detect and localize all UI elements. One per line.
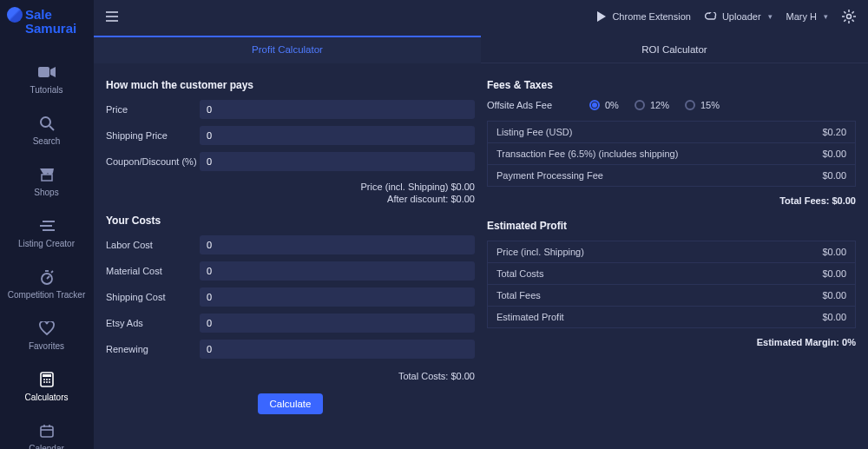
profit-row-price-incl: Price (incl. Shipping) $0.00: [487, 241, 856, 263]
fee-value: $0.00: [822, 149, 846, 159]
input-etsy-ads[interactable]: [200, 314, 475, 333]
brand-line1: Sale: [25, 9, 52, 21]
section-title-your-costs: Your Costs: [106, 215, 475, 227]
stopwatch-icon: [37, 269, 56, 285]
svg-point-14: [46, 379, 48, 380]
tab-label: ROI Calculator: [641, 44, 707, 55]
label-coupon: Coupon/Discount (%): [106, 156, 200, 167]
heart-icon: [37, 320, 56, 336]
tab-roi-calculator[interactable]: ROI Calculator: [481, 36, 868, 63]
topbar: Chrome Extension Uploader ▾ Mary H ▾: [94, 0, 868, 32]
calendar-icon: [37, 423, 56, 439]
row-shipping-cost: Shipping Cost: [106, 287, 475, 307]
svg-line-34: [852, 11, 854, 13]
radio-unselected-icon: [685, 100, 695, 110]
offsite-ads-fee-row: Offsite Ads Fee 0% 12% 15%: [487, 100, 856, 110]
row-shipping-price: Shipping Price: [106, 126, 475, 145]
uploader-menu[interactable]: Uploader ▾: [705, 11, 773, 22]
price-incl-shipping-line: Price (incl. Shipping) $0.00: [106, 182, 475, 192]
label-shipping-price: Shipping Price: [106, 130, 200, 141]
radio-label: 15%: [700, 100, 720, 110]
left-column: How much the customer pays Price Shippin…: [106, 79, 475, 440]
profit-label: Total Costs: [496, 268, 543, 279]
svg-point-16: [43, 381, 45, 383]
svg-point-26: [847, 14, 852, 18]
sidebar-item-label: Listing Creator: [18, 239, 75, 248]
sidebar-item-label: Calendar: [29, 444, 64, 449]
row-coupon: Coupon/Discount (%): [106, 152, 475, 171]
fee-row-payment-processing: Payment Processing Fee $0.00: [487, 165, 856, 187]
radio-label: 0%: [605, 100, 619, 110]
fee-value: $0.20: [822, 127, 846, 137]
profit-row-estimated-profit: Estimated Profit $0.00: [487, 307, 856, 328]
radio-offsite-0[interactable]: 0%: [589, 100, 619, 110]
tabs: Profit Calculator ROI Calculator: [94, 36, 868, 63]
input-labor-cost[interactable]: [200, 235, 475, 254]
row-labor-cost: Labor Cost: [106, 235, 475, 254]
svg-rect-19: [41, 426, 53, 437]
input-renewing[interactable]: [200, 340, 475, 359]
sidebar-item-label: Tutorials: [30, 85, 63, 95]
chevron-down-icon: ▾: [768, 12, 773, 21]
radio-offsite-15[interactable]: 15%: [685, 100, 720, 110]
sidebar-nav: Tutorials Search Shops Listing Creator C…: [0, 54, 93, 449]
input-shipping-price[interactable]: [200, 126, 475, 145]
sidebar-item-favorites[interactable]: Favorites: [0, 310, 93, 361]
sidebar-item-calendar[interactable]: Calendar: [0, 413, 93, 449]
sidebar-item-search[interactable]: Search: [0, 105, 93, 156]
input-coupon[interactable]: [200, 152, 475, 171]
calculator-icon: [37, 372, 56, 387]
after-discount-line: After discount: $0.00: [106, 194, 475, 204]
input-shipping-cost[interactable]: [200, 287, 475, 307]
top-actions: Chrome Extension Uploader ▾ Mary H ▾: [596, 10, 856, 23]
sidebar-item-shops[interactable]: Shops: [0, 156, 93, 208]
radio-offsite-12[interactable]: 12%: [635, 100, 669, 110]
list-icon: [37, 218, 56, 234]
label-renewing: Renewing: [106, 344, 200, 354]
label-price: Price: [106, 104, 200, 115]
sidebar-item-label: Search: [33, 136, 61, 146]
profit-value: $0.00: [822, 290, 846, 300]
sidebar-item-label: Calculators: [24, 393, 68, 402]
fees-table: Listing Fee (USD) $0.20 Transaction Fee …: [487, 121, 856, 187]
user-menu[interactable]: Mary H ▾: [786, 11, 828, 22]
settings-button[interactable]: [842, 10, 856, 23]
tab-profit-calculator[interactable]: Profit Calculator: [94, 36, 481, 63]
svg-point-18: [49, 381, 50, 383]
storefront-icon: [37, 167, 56, 182]
chevron-down-icon: ▾: [824, 12, 828, 21]
content: How much the customer pays Price Shippin…: [94, 63, 868, 449]
input-material-cost[interactable]: [200, 261, 475, 281]
label-offsite-ads-fee: Offsite Ads Fee: [487, 100, 574, 110]
total-fees-line: Total Fees: $0.00: [487, 195, 856, 206]
right-column: Fees & Taxes Offsite Ads Fee 0% 12% 15%: [487, 79, 856, 440]
svg-point-1: [41, 117, 50, 127]
brand-logo: Sale Samurai: [0, 0, 93, 42]
svg-line-8: [47, 276, 49, 279]
sidebar-item-competition-tracker[interactable]: Competition Tracker: [0, 259, 93, 310]
svg-line-31: [844, 11, 845, 13]
input-price[interactable]: [200, 100, 475, 119]
sidebar-item-calculators[interactable]: Calculators: [0, 361, 93, 413]
profit-row-total-costs: Total Costs $0.00: [487, 263, 856, 285]
fee-value: $0.00: [822, 170, 846, 181]
calculate-button[interactable]: Calculate: [258, 393, 324, 414]
sidebar-item-listing-creator[interactable]: Listing Creator: [0, 208, 93, 259]
radio-unselected-icon: [635, 100, 645, 110]
row-etsy-ads: Etsy Ads: [106, 314, 475, 333]
sidebar-item-tutorials[interactable]: Tutorials: [0, 54, 93, 105]
chrome-extension-label: Chrome Extension: [612, 11, 691, 22]
row-renewing: Renewing: [106, 340, 475, 359]
svg-rect-12: [43, 374, 51, 377]
label-etsy-ads: Etsy Ads: [106, 318, 200, 328]
chrome-extension-link[interactable]: Chrome Extension: [596, 11, 691, 22]
fee-label: Transaction Fee (6.5%) (includes shippin…: [496, 149, 678, 159]
label-labor-cost: Labor Cost: [106, 240, 200, 250]
main: Chrome Extension Uploader ▾ Mary H ▾ Pro…: [94, 0, 868, 449]
menu-toggle-icon[interactable]: [106, 11, 118, 22]
svg-point-15: [49, 379, 50, 380]
brand-line2: Samurai: [25, 23, 76, 35]
total-costs-line: Total Costs: $0.00: [106, 371, 475, 381]
radio-label: 12%: [650, 100, 669, 110]
profit-value: $0.00: [822, 312, 846, 322]
